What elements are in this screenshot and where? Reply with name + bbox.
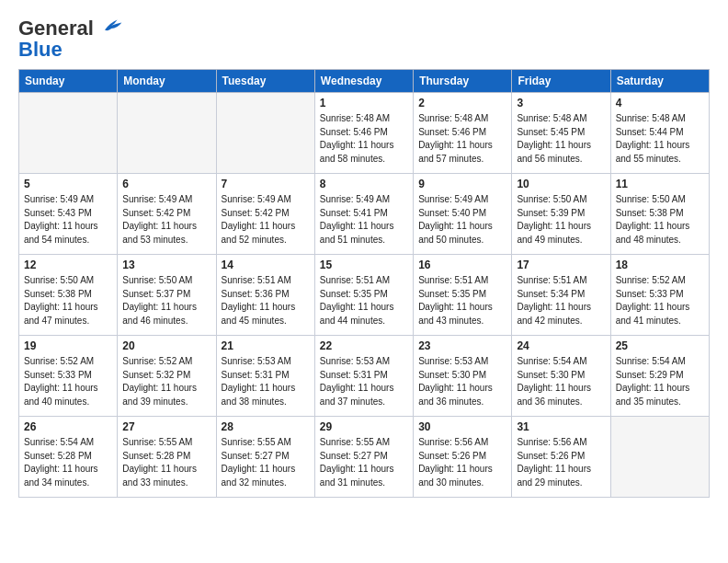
day-cell-11: 11Sunrise: 5:50 AMSunset: 5:38 PMDayligh… <box>610 174 709 255</box>
day-number: 13 <box>122 259 210 271</box>
day-number: 5 <box>24 178 112 190</box>
header: General Blue <box>18 15 710 60</box>
day-number: 20 <box>122 339 210 352</box>
logo-bird-icon <box>101 15 123 35</box>
day-cell-18: 18Sunrise: 5:52 AMSunset: 5:33 PMDayligh… <box>610 255 709 336</box>
cell-info: Sunrise: 5:52 AMSunset: 5:33 PMDaylight:… <box>24 355 112 408</box>
day-cell-21: 21Sunrise: 5:53 AMSunset: 5:31 PMDayligh… <box>216 336 314 417</box>
day-number: 7 <box>222 178 310 190</box>
calendar-header-row: SundayMondayTuesdayWednesdayThursdayFrid… <box>19 70 710 93</box>
cell-info: Sunrise: 5:51 AMSunset: 5:36 PMDaylight:… <box>222 274 310 327</box>
cell-info: Sunrise: 5:51 AMSunset: 5:34 PMDaylight:… <box>517 274 605 327</box>
cell-info: Sunrise: 5:49 AMSunset: 5:43 PMDaylight:… <box>24 193 112 247</box>
day-cell-29: 29Sunrise: 5:55 AMSunset: 5:27 PMDayligh… <box>314 417 413 498</box>
logo-blue: Blue <box>18 40 123 60</box>
day-number: 6 <box>122 178 210 190</box>
day-number: 2 <box>418 97 506 109</box>
day-cell-28: 28Sunrise: 5:55 AMSunset: 5:27 PMDayligh… <box>216 417 314 498</box>
col-header-wednesday: Wednesday <box>314 70 413 93</box>
day-number: 28 <box>222 420 310 433</box>
cell-info: Sunrise: 5:53 AMSunset: 5:31 PMDaylight:… <box>222 355 310 408</box>
day-number: 3 <box>517 97 605 109</box>
calendar: SundayMondayTuesdayWednesdayThursdayFrid… <box>18 69 710 498</box>
cell-info: Sunrise: 5:56 AMSunset: 5:26 PMDaylight:… <box>418 436 506 489</box>
day-number: 15 <box>320 259 408 271</box>
col-header-monday: Monday <box>118 70 216 93</box>
week-row-2: 5Sunrise: 5:49 AMSunset: 5:43 PMDaylight… <box>19 174 710 255</box>
logo: General Blue <box>18 15 123 60</box>
day-number: 24 <box>517 339 605 352</box>
day-cell-31: 31Sunrise: 5:56 AMSunset: 5:26 PMDayligh… <box>512 417 610 498</box>
day-number: 25 <box>616 339 704 352</box>
day-cell-7: 7Sunrise: 5:49 AMSunset: 5:42 PMDaylight… <box>216 174 314 255</box>
day-cell-4: 4Sunrise: 5:48 AMSunset: 5:44 PMDaylight… <box>610 93 709 174</box>
cell-info: Sunrise: 5:48 AMSunset: 5:44 PMDaylight:… <box>616 112 704 166</box>
empty-cell <box>19 93 118 174</box>
cell-info: Sunrise: 5:55 AMSunset: 5:28 PMDaylight:… <box>122 436 210 489</box>
day-number: 4 <box>616 97 704 109</box>
day-cell-9: 9Sunrise: 5:49 AMSunset: 5:40 PMDaylight… <box>414 174 512 255</box>
cell-info: Sunrise: 5:49 AMSunset: 5:40 PMDaylight:… <box>418 193 506 247</box>
empty-cell <box>118 93 216 174</box>
cell-info: Sunrise: 5:53 AMSunset: 5:31 PMDaylight:… <box>320 355 408 408</box>
cell-info: Sunrise: 5:48 AMSunset: 5:46 PMDaylight:… <box>320 112 408 166</box>
cell-info: Sunrise: 5:52 AMSunset: 5:32 PMDaylight:… <box>122 355 210 408</box>
day-number: 17 <box>517 259 605 271</box>
empty-cell <box>216 93 314 174</box>
day-cell-3: 3Sunrise: 5:48 AMSunset: 5:45 PMDaylight… <box>512 93 610 174</box>
col-header-tuesday: Tuesday <box>216 70 314 93</box>
day-cell-26: 26Sunrise: 5:54 AMSunset: 5:28 PMDayligh… <box>19 417 118 498</box>
week-row-4: 19Sunrise: 5:52 AMSunset: 5:33 PMDayligh… <box>19 336 710 417</box>
day-number: 11 <box>616 178 704 190</box>
day-number: 1 <box>320 97 408 109</box>
day-number: 27 <box>122 420 210 433</box>
day-number: 10 <box>517 178 605 190</box>
col-header-friday: Friday <box>512 70 610 93</box>
col-header-saturday: Saturday <box>610 70 709 93</box>
cell-info: Sunrise: 5:50 AMSunset: 5:39 PMDaylight:… <box>517 193 605 247</box>
logo-general: General <box>18 15 123 40</box>
day-cell-5: 5Sunrise: 5:49 AMSunset: 5:43 PMDaylight… <box>19 174 118 255</box>
day-number: 19 <box>24 339 112 352</box>
week-row-5: 26Sunrise: 5:54 AMSunset: 5:28 PMDayligh… <box>19 417 710 498</box>
col-header-sunday: Sunday <box>19 70 118 93</box>
day-number: 16 <box>418 259 506 271</box>
day-cell-12: 12Sunrise: 5:50 AMSunset: 5:38 PMDayligh… <box>19 255 118 336</box>
day-cell-19: 19Sunrise: 5:52 AMSunset: 5:33 PMDayligh… <box>19 336 118 417</box>
day-number: 29 <box>320 420 408 433</box>
day-number: 22 <box>320 339 408 352</box>
day-number: 23 <box>418 339 506 352</box>
day-cell-6: 6Sunrise: 5:49 AMSunset: 5:42 PMDaylight… <box>118 174 216 255</box>
cell-info: Sunrise: 5:50 AMSunset: 5:38 PMDaylight:… <box>616 193 704 247</box>
day-cell-15: 15Sunrise: 5:51 AMSunset: 5:35 PMDayligh… <box>314 255 413 336</box>
day-cell-16: 16Sunrise: 5:51 AMSunset: 5:35 PMDayligh… <box>414 255 512 336</box>
day-number: 30 <box>418 420 506 433</box>
day-number: 26 <box>24 420 112 433</box>
page: General Blue SundayMondayTuesdayWednesda… <box>0 0 728 563</box>
day-number: 12 <box>24 259 112 271</box>
cell-info: Sunrise: 5:54 AMSunset: 5:28 PMDaylight:… <box>24 436 112 489</box>
day-cell-30: 30Sunrise: 5:56 AMSunset: 5:26 PMDayligh… <box>414 417 512 498</box>
day-cell-2: 2Sunrise: 5:48 AMSunset: 5:46 PMDaylight… <box>414 93 512 174</box>
cell-info: Sunrise: 5:54 AMSunset: 5:29 PMDaylight:… <box>616 355 704 408</box>
cell-info: Sunrise: 5:55 AMSunset: 5:27 PMDaylight:… <box>320 436 408 489</box>
cell-info: Sunrise: 5:51 AMSunset: 5:35 PMDaylight:… <box>418 274 506 327</box>
cell-info: Sunrise: 5:53 AMSunset: 5:30 PMDaylight:… <box>418 355 506 408</box>
week-row-3: 12Sunrise: 5:50 AMSunset: 5:38 PMDayligh… <box>19 255 710 336</box>
day-cell-27: 27Sunrise: 5:55 AMSunset: 5:28 PMDayligh… <box>118 417 216 498</box>
day-number: 21 <box>222 339 310 352</box>
cell-info: Sunrise: 5:49 AMSunset: 5:42 PMDaylight:… <box>122 193 210 247</box>
cell-info: Sunrise: 5:51 AMSunset: 5:35 PMDaylight:… <box>320 274 408 327</box>
cell-info: Sunrise: 5:48 AMSunset: 5:46 PMDaylight:… <box>418 112 506 166</box>
day-cell-24: 24Sunrise: 5:54 AMSunset: 5:30 PMDayligh… <box>512 336 610 417</box>
cell-info: Sunrise: 5:49 AMSunset: 5:42 PMDaylight:… <box>222 193 310 247</box>
empty-cell <box>610 417 709 498</box>
day-cell-10: 10Sunrise: 5:50 AMSunset: 5:39 PMDayligh… <box>512 174 610 255</box>
day-number: 14 <box>222 259 310 271</box>
week-row-1: 1Sunrise: 5:48 AMSunset: 5:46 PMDaylight… <box>19 93 710 174</box>
cell-info: Sunrise: 5:50 AMSunset: 5:38 PMDaylight:… <box>24 274 112 327</box>
day-number: 31 <box>517 420 605 433</box>
day-number: 18 <box>616 259 704 271</box>
day-cell-8: 8Sunrise: 5:49 AMSunset: 5:41 PMDaylight… <box>314 174 413 255</box>
day-cell-17: 17Sunrise: 5:51 AMSunset: 5:34 PMDayligh… <box>512 255 610 336</box>
